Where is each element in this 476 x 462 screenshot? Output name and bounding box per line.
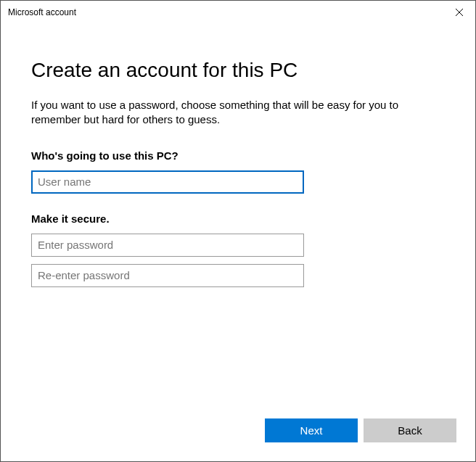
username-input[interactable] <box>31 170 304 194</box>
page-subtitle: If you want to use a password, choose so… <box>31 98 445 128</box>
close-icon <box>456 7 463 18</box>
window-title: Microsoft account <box>8 7 76 17</box>
secure-section-label: Make it secure. <box>31 213 445 225</box>
content-area: Create an account for this PC If you wan… <box>1 24 475 418</box>
close-button[interactable] <box>443 1 475 24</box>
footer: Next Back <box>1 418 475 461</box>
user-section-label: Who's going to use this PC? <box>31 149 445 162</box>
titlebar: Microsoft account <box>1 1 475 24</box>
back-button[interactable]: Back <box>364 418 456 442</box>
password-confirm-input[interactable] <box>31 264 304 287</box>
page-title: Create an account for this PC <box>31 59 445 82</box>
next-button[interactable]: Next <box>265 418 358 442</box>
password-input[interactable] <box>31 234 304 257</box>
